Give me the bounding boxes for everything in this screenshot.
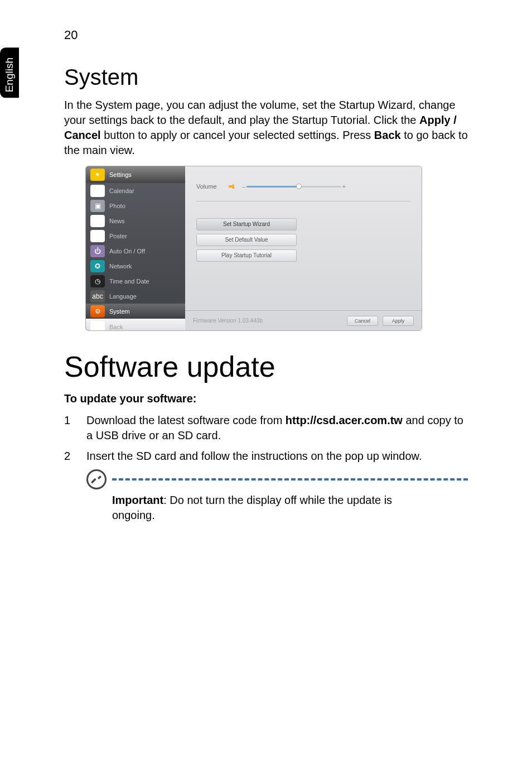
sidebar-item-photo[interactable]: ▣Photo bbox=[86, 198, 185, 213]
settings-footer: Firmware Version 1.03.443b Cancel Apply bbox=[185, 310, 422, 330]
settings-icon: ✦ bbox=[90, 169, 105, 181]
sidebar-item-label: Calendar bbox=[109, 188, 134, 194]
sidebar-item-language[interactable]: abcLanguage bbox=[86, 289, 185, 304]
note-divider bbox=[112, 478, 468, 480]
system-heading: System bbox=[64, 65, 468, 90]
sidebar-item-calendar[interactable]: 9Calendar bbox=[86, 183, 185, 198]
poster-icon: ▭ bbox=[90, 230, 105, 242]
sidebar-item-label: News bbox=[109, 218, 125, 224]
sidebar-item-label: Back bbox=[109, 324, 123, 330]
note-header bbox=[86, 469, 468, 489]
text: Insert the SD card and follow the instru… bbox=[86, 450, 422, 462]
step-number: 1 bbox=[64, 413, 86, 443]
calendar-icon: 9 bbox=[90, 185, 105, 197]
sidebar-item-label: Time and Date bbox=[109, 278, 149, 285]
sidebar-item-network[interactable]: ✪Network bbox=[86, 258, 185, 273]
network-icon: ✪ bbox=[90, 260, 105, 272]
note-text: Important: Do not turn the display off w… bbox=[86, 493, 399, 523]
sidebar-item-label: Settings bbox=[109, 171, 132, 178]
minus-icon: – bbox=[241, 184, 246, 190]
step-number: 2 bbox=[64, 449, 86, 464]
sidebar-item-time-date[interactable]: ◷Time and Date bbox=[86, 273, 185, 289]
text: button to apply or cancel your selected … bbox=[101, 129, 374, 141]
step-2: 2 Insert the SD card and follow the inst… bbox=[64, 449, 468, 464]
back-word: Back bbox=[374, 129, 401, 141]
step-1: 1 Download the latest software code from… bbox=[64, 413, 468, 443]
photo-icon: ▣ bbox=[90, 200, 105, 212]
back-icon: ↶ bbox=[90, 321, 105, 331]
cancel-button[interactable]: Cancel bbox=[347, 316, 378, 326]
news-icon: እ bbox=[90, 215, 105, 227]
update-subheading: To update your software: bbox=[64, 392, 468, 405]
important-note: Important: Do not turn the display off w… bbox=[64, 469, 468, 523]
firmware-version: Firmware Version 1.03.443b bbox=[193, 318, 263, 324]
sidebar-item-label: Network bbox=[109, 263, 132, 270]
sidebar-item-poster[interactable]: ▭Poster bbox=[86, 228, 185, 243]
clock-icon: ◷ bbox=[90, 275, 105, 287]
slider-thumb[interactable] bbox=[296, 184, 302, 189]
sidebar-item-auto-on-off[interactable]: ⏻Auto On / Off bbox=[86, 243, 185, 258]
volume-label: Volume bbox=[196, 183, 229, 190]
set-default-value-button[interactable]: Set Default Value bbox=[196, 234, 297, 246]
sidebar-item-back[interactable]: ↶Back bbox=[86, 319, 185, 331]
page-content: 20 System In the System page, you can ad… bbox=[0, 0, 532, 523]
settings-main: Volume – + Set Startup Wizard Set Defaul… bbox=[185, 166, 422, 330]
language-icon: abc bbox=[90, 290, 105, 302]
page-number: 20 bbox=[64, 28, 468, 42]
step-text: Download the latest software code from h… bbox=[86, 413, 468, 443]
important-word: Important bbox=[112, 494, 163, 506]
system-paragraph: In the System page, you can adjust the v… bbox=[64, 98, 468, 158]
sidebar-item-settings[interactable]: ✦Settings bbox=[86, 166, 185, 183]
set-startup-wizard-button[interactable]: Set Startup Wizard bbox=[196, 218, 297, 230]
gear-icon: ⚙ bbox=[90, 305, 105, 318]
sidebar-item-label: Auto On / Off bbox=[109, 248, 145, 254]
volume-slider[interactable]: – + bbox=[241, 184, 347, 189]
settings-screenshot: ✦Settings 9Calendar ▣Photo እNews ▭Poster… bbox=[85, 166, 422, 331]
volume-control: Volume – + bbox=[196, 183, 410, 201]
sidebar-item-label: Photo bbox=[109, 203, 125, 209]
play-startup-tutorial-button[interactable]: Play Startup Tutorial bbox=[196, 249, 297, 262]
software-update-heading: Software update bbox=[64, 350, 468, 383]
text: In the System page, you can adjust the v… bbox=[64, 99, 456, 126]
sidebar-item-label: System bbox=[109, 308, 130, 315]
wrench-icon bbox=[86, 469, 107, 489]
settings-sidebar: ✦Settings 9Calendar ▣Photo እNews ▭Poster… bbox=[86, 166, 185, 330]
sidebar-item-system[interactable]: ⚙System bbox=[86, 304, 185, 319]
power-icon: ⏻ bbox=[90, 245, 105, 257]
language-tab: English bbox=[0, 47, 19, 98]
download-url: http://csd.acer.com.tw bbox=[286, 414, 403, 426]
text: Download the latest software code from bbox=[86, 414, 286, 426]
sidebar-item-label: Language bbox=[109, 293, 137, 300]
slider-track[interactable] bbox=[246, 186, 341, 188]
sidebar-item-label: Poster bbox=[109, 233, 127, 239]
sidebar-item-news[interactable]: እNews bbox=[86, 213, 185, 228]
speaker-icon bbox=[229, 184, 236, 189]
apply-button[interactable]: Apply bbox=[383, 316, 414, 326]
plus-icon: + bbox=[341, 184, 347, 190]
step-text: Insert the SD card and follow the instru… bbox=[86, 449, 422, 464]
